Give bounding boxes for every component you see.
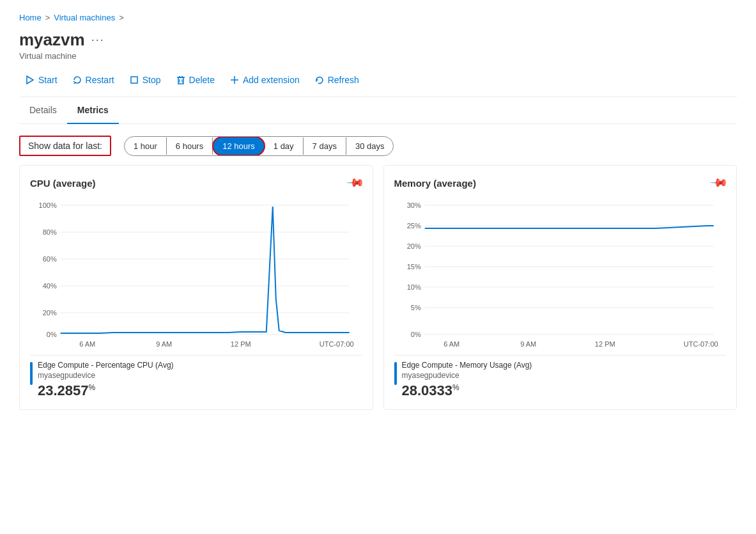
refresh-icon <box>315 75 324 84</box>
toolbar: Start Restart Stop Delete Add extension … <box>19 71 737 97</box>
refresh-button[interactable]: Refresh <box>309 71 366 89</box>
time-1day[interactable]: 1 day <box>265 137 304 155</box>
stop-button[interactable]: Stop <box>123 71 167 89</box>
cpu-legend-name: Edge Compute - Percentage CPU (Avg) <box>38 361 174 370</box>
memory-chart-area: 30% 25% 20% 15% 10% 5% 0% <box>394 196 727 350</box>
breadcrumb-home[interactable]: Home <box>19 13 42 22</box>
time-filter-group: 1 hour 6 hours 12 hours 1 day 7 days 30 … <box>124 136 394 156</box>
svg-text:15%: 15% <box>406 263 420 271</box>
breadcrumb-vms[interactable]: Virtual machines <box>54 13 115 22</box>
cpu-legend-text: Edge Compute - Percentage CPU (Avg) myas… <box>38 361 174 399</box>
vm-more-options[interactable]: ··· <box>91 33 105 47</box>
cpu-legend-value: 23.2857% <box>38 382 174 399</box>
time-30days[interactable]: 30 days <box>346 137 394 155</box>
memory-chart-legend: Edge Compute - Memory Usage (Avg) myaseg… <box>394 355 727 399</box>
svg-text:80%: 80% <box>43 228 57 236</box>
svg-text:12 PM: 12 PM <box>594 340 615 348</box>
memory-legend-device: myasegpudevice <box>402 371 532 380</box>
vm-name: myazvm <box>19 30 85 50</box>
svg-text:5%: 5% <box>410 304 420 311</box>
cpu-chart-card: CPU (average) 📌 100% 80% 60% 40% 20% 0% <box>19 165 373 410</box>
tab-details[interactable]: Details <box>19 97 67 124</box>
memory-chart-card: Memory (average) 📌 30% 25% 20% 15% 10% 5… <box>383 165 737 410</box>
tab-metrics[interactable]: Metrics <box>67 97 119 124</box>
stop-icon <box>130 75 139 84</box>
svg-text:20%: 20% <box>406 242 420 250</box>
time-6hours[interactable]: 6 hours <box>167 137 213 155</box>
memory-legend-name: Edge Compute - Memory Usage (Avg) <box>402 361 532 370</box>
show-data-label: Show data for last: <box>19 136 111 156</box>
cpu-chart-legend: Edge Compute - Percentage CPU (Avg) myas… <box>30 355 362 399</box>
cpu-chart-header: CPU (average) 📌 <box>30 176 362 190</box>
svg-text:UTC-07:00: UTC-07:00 <box>683 340 718 348</box>
svg-text:6 AM: 6 AM <box>444 340 459 348</box>
svg-text:0%: 0% <box>410 331 420 338</box>
start-button[interactable]: Start <box>19 71 64 89</box>
svg-text:25%: 25% <box>406 222 420 230</box>
breadcrumb-sep2: > <box>119 13 124 22</box>
memory-chart-svg: 30% 25% 20% 15% 10% 5% 0% <box>394 196 727 350</box>
time-7days[interactable]: 7 days <box>304 137 346 155</box>
breadcrumb: Home > Virtual machines > <box>19 13 737 22</box>
restart-button[interactable]: Restart <box>66 71 121 89</box>
memory-chart-header: Memory (average) 📌 <box>394 176 727 190</box>
restart-icon <box>73 75 82 84</box>
svg-text:30%: 30% <box>406 201 420 209</box>
charts-container: CPU (average) 📌 100% 80% 60% 40% 20% 0% <box>19 165 737 410</box>
cpu-legend-color <box>30 362 33 385</box>
memory-legend-value: 28.0333% <box>402 382 532 399</box>
vm-title-row: myazvm ··· <box>19 30 737 50</box>
svg-rect-2 <box>178 77 183 84</box>
svg-rect-1 <box>131 77 137 83</box>
svg-text:20%: 20% <box>43 309 57 317</box>
cpu-legend-device: myasegpudevice <box>38 371 174 380</box>
delete-icon <box>176 75 185 85</box>
memory-pin-icon[interactable]: 📌 <box>709 173 729 192</box>
svg-text:9 AM: 9 AM <box>156 340 172 348</box>
main-page: Home > Virtual machines > myazvm ··· Vir… <box>0 0 756 534</box>
cpu-chart-svg: 100% 80% 60% 40% 20% 0% 6 AM <box>30 196 362 350</box>
cpu-pin-icon[interactable]: 📌 <box>345 173 365 192</box>
add-extension-button[interactable]: Add extension <box>224 71 306 89</box>
memory-legend-text: Edge Compute - Memory Usage (Avg) myaseg… <box>402 361 532 399</box>
cpu-chart-area: 100% 80% 60% 40% 20% 0% 6 AM <box>30 196 362 350</box>
metrics-controls: Show data for last: 1 hour 6 hours 12 ho… <box>19 124 737 165</box>
svg-text:10%: 10% <box>406 283 420 291</box>
svg-text:0%: 0% <box>47 331 57 338</box>
breadcrumb-sep1: > <box>45 13 50 22</box>
svg-text:40%: 40% <box>43 282 57 290</box>
svg-text:UTC-07:00: UTC-07:00 <box>320 340 354 348</box>
memory-chart-title: Memory (average) <box>394 178 476 189</box>
svg-text:100%: 100% <box>39 201 57 209</box>
svg-marker-0 <box>27 76 33 84</box>
time-1hour[interactable]: 1 hour <box>125 137 167 155</box>
add-icon <box>230 75 239 84</box>
time-12hours[interactable]: 12 hours <box>212 136 265 156</box>
svg-text:60%: 60% <box>43 255 57 263</box>
vm-subtitle: Virtual machine <box>19 51 737 61</box>
memory-legend-color <box>394 362 397 385</box>
svg-text:9 AM: 9 AM <box>520 340 536 348</box>
delete-button[interactable]: Delete <box>170 71 221 89</box>
svg-text:6 AM: 6 AM <box>79 340 95 348</box>
svg-text:12 PM: 12 PM <box>231 340 251 348</box>
cpu-chart-title: CPU (average) <box>30 178 96 189</box>
start-icon <box>26 75 35 84</box>
tabs-bar: Details Metrics <box>19 97 737 124</box>
